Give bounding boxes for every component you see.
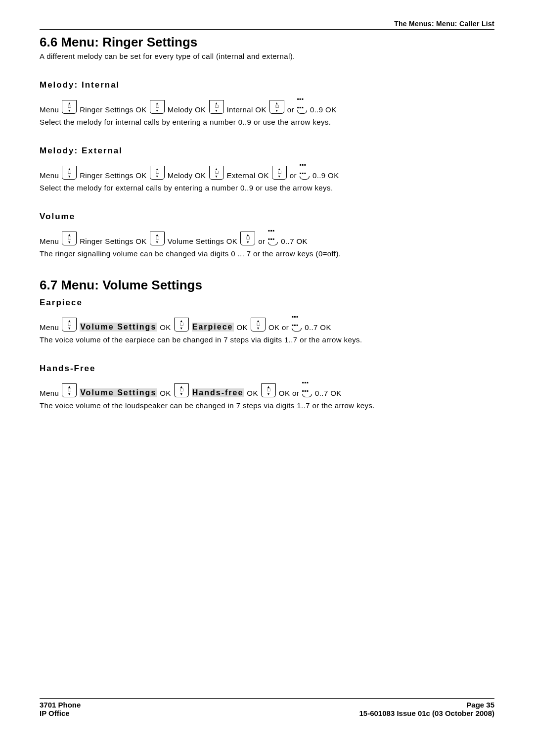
footer-page-number: Page 35 — [359, 701, 494, 709]
earpiece-desc: The voice volume of the earpiece can be … — [40, 335, 494, 344]
volume-settings-hl: Volume Settings — [80, 388, 157, 397]
melody-ok: Melody OK — [168, 105, 206, 114]
section-6-6-title: 6.6 Menu: Ringer Settings — [40, 35, 494, 50]
section-6-7-title: 6.7 Menu: Volume Settings — [40, 278, 494, 293]
melody-internal-heading: Melody: Internal — [40, 80, 494, 90]
arrow-key-icon: ☐ — [62, 383, 77, 397]
menu-label: Menu — [40, 237, 59, 245]
arrow-key-icon: ☐ — [62, 166, 77, 180]
external-ok: External OK — [227, 171, 269, 180]
arrow-key-icon: ☐ — [272, 166, 287, 180]
ok-label: OK — [160, 323, 171, 331]
menu-label: Menu — [40, 323, 59, 331]
ok-or-label: OK or — [279, 389, 299, 397]
handsfree-path: Menu ☐ Volume Settings OK ☐ Hands-free O… — [40, 377, 494, 397]
ringer-settings-ok: Ringer Settings OK — [80, 171, 147, 180]
range-0-9-ok: 0..9 OK — [312, 171, 339, 180]
keypad-icon — [292, 311, 302, 331]
or-label: or — [258, 237, 265, 245]
ok-label: OK — [247, 389, 258, 397]
or-label: or — [290, 171, 297, 180]
earpiece-path: Menu ☐ Volume Settings OK ☐ Earpiece OK … — [40, 311, 494, 331]
volume-settings-hl: Volume Settings — [80, 323, 157, 331]
running-header: The Menus: Menu: Caller List — [40, 20, 494, 30]
arrow-key-icon: ☐ — [150, 232, 165, 245]
arrow-key-icon: ☐ — [150, 166, 165, 180]
menu-label: Menu — [40, 105, 59, 114]
arrow-key-icon: ☐ — [251, 318, 266, 331]
menu-label: Menu — [40, 171, 59, 180]
melody-internal-path: Menu ☐ Ringer Settings OK ☐ Melody OK ☐ … — [40, 93, 494, 114]
arrow-key-icon: ☐ — [261, 383, 276, 397]
arrow-key-icon: ☐ — [269, 100, 284, 114]
arrow-key-icon: ☐ — [62, 100, 77, 114]
volume-settings-ok: Volume Settings OK — [168, 237, 237, 245]
keypad-icon — [268, 225, 278, 245]
melody-internal-desc: Select the melody for internal calls by … — [40, 118, 494, 126]
arrow-key-icon: ☐ — [209, 166, 224, 180]
ringer-settings-ok: Ringer Settings OK — [80, 105, 147, 114]
arrow-key-icon: ☐ — [174, 383, 189, 397]
footer-phone-model: 3701 Phone — [40, 701, 81, 709]
page: The Menus: Menu: Caller List 6.6 Menu: R… — [0, 0, 534, 732]
volume-path: Menu ☐ Ringer Settings OK ☐ Volume Setti… — [40, 225, 494, 245]
melody-external-heading: Melody: External — [40, 146, 494, 156]
arrow-key-icon: ☐ — [150, 100, 165, 114]
earpiece-heading: Earpiece — [40, 298, 494, 308]
footer-product: IP Office — [40, 709, 81, 717]
footer-doc-issue: 15-601083 Issue 01c (03 October 2008) — [359, 709, 494, 717]
keypad-icon — [302, 377, 312, 397]
range-0-7-ok: 0..7 OK — [305, 323, 331, 331]
handsfree-heading: Hands-Free — [40, 364, 494, 374]
melody-ok: Melody OK — [168, 171, 206, 180]
melody-external-path: Menu ☐ Ringer Settings OK ☐ Melody OK ☐ … — [40, 159, 494, 180]
melody-external-desc: Select the melody for external calls by … — [40, 184, 494, 192]
menu-label: Menu — [40, 389, 59, 397]
internal-ok: Internal OK — [227, 105, 267, 114]
arrow-key-icon: ☐ — [240, 232, 255, 245]
range-0-7-ok: 0..7 OK — [281, 237, 308, 245]
range-0-9-ok: 0..9 OK — [310, 105, 337, 114]
volume-heading: Volume — [40, 212, 494, 222]
handsfree-desc: The voice volume of the loudspeaker can … — [40, 401, 494, 410]
range-0-7-ok: 0..7 OK — [315, 389, 342, 397]
arrow-key-icon: ☐ — [209, 100, 224, 114]
ringer-settings-ok: Ringer Settings OK — [80, 237, 147, 245]
earpiece-hl: Earpiece — [192, 323, 234, 331]
arrow-key-icon: ☐ — [62, 232, 77, 245]
volume-desc: The ringer signalling volume can be chan… — [40, 249, 494, 258]
page-footer: 3701 Phone IP Office Page 35 15-601083 I… — [40, 698, 494, 717]
or-label: or — [287, 105, 294, 114]
ok-label: OK — [237, 323, 248, 331]
arrow-key-icon: ☐ — [174, 318, 189, 331]
arrow-key-icon: ☐ — [62, 318, 77, 331]
ok-label: OK — [160, 389, 171, 397]
handsfree-hl: Hands-free — [192, 388, 244, 397]
section-6-6-lead: A different melody can be set for every … — [40, 52, 494, 60]
keypad-icon — [297, 93, 307, 114]
keypad-icon — [300, 159, 310, 180]
ok-or-label: OK or — [268, 323, 289, 331]
